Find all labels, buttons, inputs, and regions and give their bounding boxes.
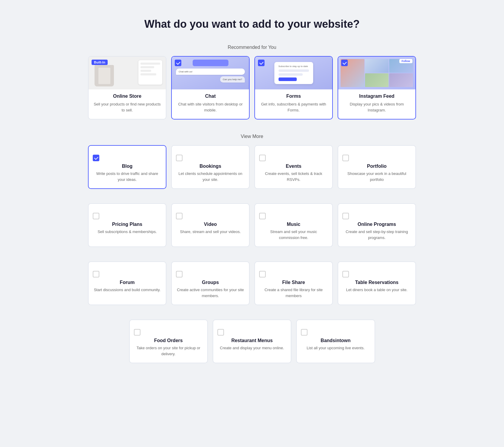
checkbox-table-reservations[interactable] <box>342 271 349 277</box>
checkbox-forum[interactable] <box>93 271 99 277</box>
card-file-share[interactable]: File Share Create a shared file library … <box>254 261 333 305</box>
card-title-instagram: Instagram Feed <box>338 94 415 99</box>
card-title-forum: Forum <box>89 280 166 285</box>
card-food-orders[interactable]: Food Orders Take orders on your site for… <box>129 319 208 363</box>
card-title-bandsintown: Bandsintown <box>297 338 374 343</box>
card-desc-music: Stream and sell your music commission fr… <box>255 229 332 240</box>
events-top-row <box>255 150 332 161</box>
checkbox-file-share[interactable] <box>259 271 266 277</box>
card-desc-forum: Start discussions and build community. <box>89 287 166 293</box>
card-desc-blog: Write posts to drive traffic and share y… <box>89 171 166 182</box>
card-desc-food-orders: Take orders on your site for pickup or d… <box>130 345 207 357</box>
checkbox-forms[interactable] <box>258 60 265 66</box>
card-desc-chat: Chat with site visitors from desktop or … <box>172 101 249 113</box>
bookings-top-row <box>172 150 249 161</box>
checkbox-portfolio[interactable] <box>342 155 349 161</box>
card-image-forms: Subscribe to stay up to date <box>255 57 332 89</box>
recommended-label: Recommended for You <box>12 45 492 50</box>
checkbox-online-programs[interactable] <box>342 213 349 219</box>
card-forms[interactable]: Subscribe to stay up to date Forms Get i… <box>254 56 333 119</box>
portfolio-top-row <box>338 150 415 161</box>
card-title-blog: Blog <box>89 164 166 169</box>
card-portfolio[interactable]: Portfolio Showcase your work in a beauti… <box>338 145 416 189</box>
card-bookings[interactable]: Bookings Let clients schedule appointmen… <box>171 145 250 189</box>
checkbox-pricing-plans[interactable] <box>93 213 99 219</box>
card-bandsintown[interactable]: Bandsintown List all your upcoming live … <box>296 319 375 363</box>
checkbox-chat[interactable] <box>175 60 181 66</box>
checkbox-video[interactable] <box>176 213 183 219</box>
card-music[interactable]: Music Stream and sell your music commiss… <box>254 203 333 247</box>
card-events[interactable]: Events Create events, sell tickets & tra… <box>254 145 333 189</box>
card-desc-online-programs: Create and sell step-by-step training pr… <box>338 229 415 240</box>
card-online-store[interactable]: Built-In Online Store Sell your products… <box>88 56 166 119</box>
card-image-instagram: Follow <box>338 57 415 89</box>
card-title-pricing-plans: Pricing Plans <box>89 222 166 227</box>
view-more-label: View More <box>88 134 416 139</box>
checkbox-instagram[interactable] <box>341 60 348 66</box>
built-in-badge: Built-In <box>92 60 108 65</box>
card-title-file-share: File Share <box>255 280 332 285</box>
card-restaurant-menus[interactable]: Restaurant Menus Create and display your… <box>213 319 291 363</box>
card-instagram[interactable]: Follow Instagram Feed Display your pics … <box>338 56 416 119</box>
view-more-row-1: Blog Write posts to drive traffic and sh… <box>88 145 416 189</box>
checkbox-groups[interactable] <box>176 271 183 277</box>
card-online-programs[interactable]: Online Programs Create and sell step-by-… <box>338 203 416 247</box>
bottom-row: Food Orders Take orders on your site for… <box>129 319 375 363</box>
card-desc-instagram: Display your pics & videos from Instagra… <box>338 101 415 113</box>
card-desc-table-reservations: Let diners book a table on your site. <box>338 287 415 293</box>
card-pricing-plans[interactable]: Pricing Plans Sell subscriptions & membe… <box>88 203 166 247</box>
card-title-restaurant-menus: Restaurant Menus <box>213 338 291 343</box>
card-title-chat: Chat <box>172 94 249 99</box>
checkbox-bandsintown[interactable] <box>301 329 307 336</box>
card-title-video: Video <box>172 222 249 227</box>
card-desc-portfolio: Showcase your work in a beautiful portfo… <box>338 171 415 182</box>
card-title-online-programs: Online Programs <box>338 222 415 227</box>
card-title-food-orders: Food Orders <box>130 338 207 343</box>
card-desc-file-share: Create a shared file library for site me… <box>255 287 332 299</box>
card-desc-pricing-plans: Sell subscriptions & memberships. <box>89 229 166 235</box>
card-forum[interactable]: Forum Start discussions and build commun… <box>88 261 166 305</box>
card-chat[interactable]: Chat with us! Can you help me? Chat Chat… <box>171 56 250 119</box>
checkbox-events[interactable] <box>259 155 266 161</box>
view-more-row-2: Pricing Plans Sell subscriptions & membe… <box>88 203 416 247</box>
card-title-forms: Forms <box>255 94 332 99</box>
card-title-table-reservations: Table Reservations <box>338 280 415 285</box>
card-desc-store: Sell your products or find new products … <box>89 101 166 113</box>
card-title-store: Online Store <box>89 94 166 99</box>
checkbox-music[interactable] <box>259 213 266 219</box>
card-title-bookings: Bookings <box>172 164 249 169</box>
card-title-events: Events <box>255 164 332 169</box>
card-desc-bandsintown: List all your upcoming live events. <box>297 345 374 351</box>
card-desc-bookings: Let clients schedule appointments on you… <box>172 171 249 182</box>
card-blog[interactable]: Blog Write posts to drive traffic and sh… <box>88 145 166 189</box>
card-title-music: Music <box>255 222 332 227</box>
view-more-row-3: Forum Start discussions and build commun… <box>88 261 416 305</box>
card-desc-restaurant-menus: Create and display your menu online. <box>213 345 291 351</box>
blog-top-row <box>89 150 166 161</box>
recommended-grid: Built-In Online Store Sell your products… <box>88 56 416 119</box>
card-desc-forms: Get info, subscribers & payments with Fo… <box>255 101 332 113</box>
checkbox-restaurant-menus[interactable] <box>217 329 224 336</box>
card-desc-video: Share, stream and sell your videos. <box>172 229 249 235</box>
card-desc-groups: Create active communities for your site … <box>172 287 249 299</box>
page-title: What do you want to add to your website? <box>12 18 492 30</box>
card-table-reservations[interactable]: Table Reservations Let diners book a tab… <box>338 261 416 305</box>
card-title-groups: Groups <box>172 280 249 285</box>
checkbox-food-orders[interactable] <box>134 329 140 336</box>
checkbox-blog[interactable] <box>93 155 99 161</box>
card-image-chat: Chat with us! Can you help me? <box>172 57 249 89</box>
card-groups[interactable]: Groups Create active communities for you… <box>171 261 250 305</box>
view-more-section: View More Blog Write posts to drive traf… <box>88 134 416 363</box>
checkbox-bookings[interactable] <box>176 155 183 161</box>
card-desc-events: Create events, sell tickets & track RSVP… <box>255 171 332 182</box>
card-image-store: Built-In <box>89 57 166 89</box>
card-video[interactable]: Video Share, stream and sell your videos… <box>171 203 250 247</box>
card-title-portfolio: Portfolio <box>338 164 415 169</box>
